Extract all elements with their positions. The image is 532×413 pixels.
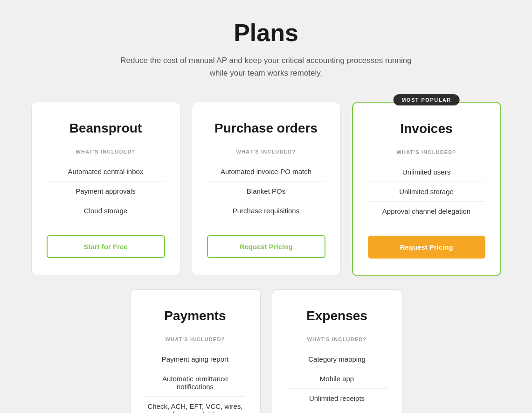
most-popular-badge: MOST POPULAR	[393, 94, 460, 105]
plan-features-payments: Payment aging reportAutomatic remittance…	[145, 350, 245, 413]
whats-included-label-expenses: WHAT'S INCLUDED?	[287, 336, 387, 342]
page-subtitle: Reduce the cost of manual AP and keep yo…	[112, 54, 420, 79]
list-item: Payment approvals	[47, 182, 165, 201]
whats-included-label-payments: WHAT'S INCLUDED?	[145, 336, 245, 342]
list-item: Mobile app	[287, 369, 387, 389]
page-title: Plans	[9, 19, 523, 47]
plan-card-invoices: MOST POPULARInvoicesWHAT'S INCLUDED?Unli…	[352, 102, 501, 276]
plans-top-row: BeansproutWHAT'S INCLUDED?Automated cent…	[19, 102, 513, 276]
plan-name-invoices: Invoices	[368, 121, 485, 136]
whats-included-label-beansprout: WHAT'S INCLUDED?	[47, 149, 165, 154]
cta-button-beansprout[interactable]: Start for Free	[47, 235, 165, 258]
whats-included-label-invoices: WHAT'S INCLUDED?	[368, 149, 485, 155]
list-item: Automated invoice-PO match	[207, 162, 325, 182]
list-item: Blanket POs	[207, 182, 325, 201]
cta-button-purchase-orders[interactable]: Request Pricing	[207, 235, 325, 258]
plan-features-invoices: Unlimited usersUnlimited storageApproval…	[368, 162, 485, 221]
list-item: Unlimited storage	[368, 182, 485, 202]
list-item: Payment aging report	[145, 350, 245, 369]
list-item: Unlimited users	[368, 162, 485, 182]
plan-name-beansprout: Beansprout	[47, 121, 165, 136]
plans-bottom-row: PaymentsWHAT'S INCLUDED?Payment aging re…	[19, 289, 513, 413]
list-item: Approval channel delegation	[368, 202, 485, 221]
list-item: Unlimited receipts	[287, 389, 387, 408]
plan-name-purchase-orders: Purchase orders	[207, 121, 325, 136]
plan-card-payments: PaymentsWHAT'S INCLUDED?Payment aging re…	[130, 289, 261, 413]
list-item: Automatic remittance notifications	[145, 369, 245, 397]
plan-features-purchase-orders: Automated invoice-PO matchBlanket POsPur…	[207, 162, 325, 220]
plan-card-purchase-orders: Purchase ordersWHAT'S INCLUDED?Automated…	[192, 102, 341, 275]
list-item: Category mapping	[287, 350, 387, 369]
whats-included-label-purchase-orders: WHAT'S INCLUDED?	[207, 149, 325, 154]
list-item: Purchase requisitions	[207, 201, 325, 220]
plan-card-beansprout: BeansproutWHAT'S INCLUDED?Automated cent…	[31, 102, 180, 275]
plan-name-payments: Payments	[145, 308, 245, 323]
plan-features-beansprout: Automated central inboxPayment approvals…	[47, 162, 165, 220]
list-item: Check, ACH, EFT, VCC, wires, forex avail…	[145, 397, 245, 413]
plan-features-expenses: Category mappingMobile appUnlimited rece…	[287, 350, 387, 408]
plan-card-expenses: ExpensesWHAT'S INCLUDED?Category mapping…	[272, 289, 402, 413]
plan-name-expenses: Expenses	[287, 308, 387, 323]
list-item: Automated central inbox	[47, 162, 165, 182]
cta-button-invoices[interactable]: Request Pricing	[368, 236, 485, 259]
list-item: Cloud storage	[47, 201, 165, 220]
